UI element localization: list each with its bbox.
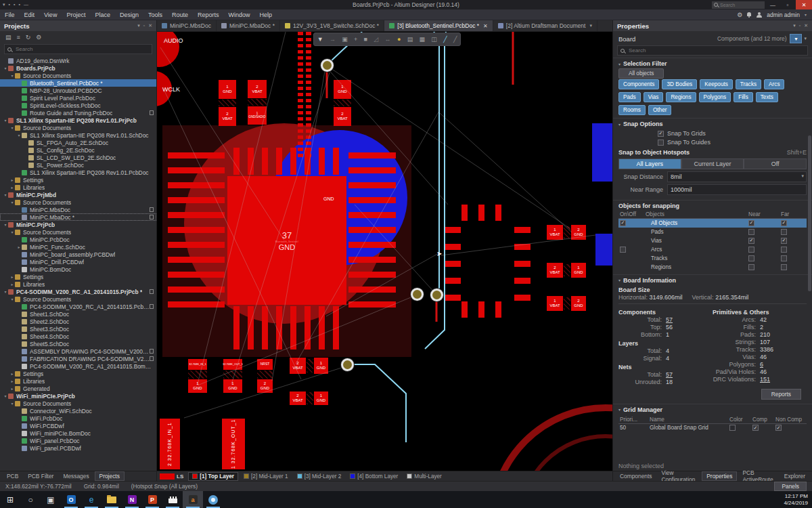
tree-item[interactable]: AD19_demo.DsnWrk	[0, 57, 156, 64]
component-pad[interactable]: 1 GND	[188, 379, 207, 393]
tree-item[interactable]: ▾WiFi_miniPCIe.PrjPcb	[0, 392, 156, 400]
cortana-taskbar-icon[interactable]: ○	[20, 491, 41, 508]
component-pad[interactable]: 2 GND	[571, 296, 586, 311]
layer-tab-multi-layer[interactable]: Multi-Layer	[403, 472, 445, 481]
tree-item[interactable]: ▾Source Documents	[0, 72, 156, 79]
tree-item[interactable]: WiFi_panel.PCBDwf	[0, 444, 156, 452]
near-cell[interactable]	[747, 263, 780, 272]
menu-reports[interactable]: Reports	[193, 12, 224, 18]
layer-tab-4bottomlayer[interactable]: [4] Bottom Layer	[346, 472, 401, 481]
ic-pin-pad[interactable]	[514, 295, 531, 301]
hud-tool-icon[interactable]: ▣	[342, 36, 348, 43]
ic-pin-pad[interactable]	[276, 306, 282, 350]
tree-item[interactable]: WiFi_panel.PcbDoc	[0, 437, 156, 444]
ic-pin-pad[interactable]	[233, 148, 240, 175]
hud-tool-icon[interactable]: +	[354, 36, 357, 43]
ic-pin-pad[interactable]	[319, 148, 325, 175]
tree-item[interactable]: WiFi.PcbDoc	[0, 415, 156, 422]
component-pad[interactable]: 2 VBAT	[290, 391, 306, 405]
panel-tab-explorer[interactable]: Explorer	[780, 472, 809, 480]
tree-item[interactable]: PC4-SODIMM_V200_RC_A1_20141015.PcbDoc *	[0, 303, 156, 310]
ic-pin-pad[interactable]	[168, 242, 225, 248]
component-pad[interactable]: 1 GND	[334, 80, 351, 99]
near-cell[interactable]	[747, 228, 780, 236]
tree-item[interactable]: SpiritLevel-clickless.PcbDoc	[0, 102, 156, 109]
tree-item[interactable]: ▾Boards.PrjPcb	[0, 64, 156, 72]
tree-item[interactable]: ▸Libraries	[0, 377, 156, 385]
noncomp-checkbox[interactable]	[775, 425, 782, 431]
dock-tab-pcb-filter[interactable]: PCB Filter	[24, 472, 58, 480]
near-checkbox[interactable]	[748, 255, 754, 261]
tree-expand-icon[interactable]: ▾	[3, 66, 8, 70]
snap-to-guides-checkbox[interactable]	[658, 140, 664, 146]
filter-chip-3d-bodies[interactable]: 3D Bodies	[662, 79, 697, 89]
tree-item[interactable]: MiniPC.MbsDoc	[0, 206, 156, 213]
tree-item[interactable]: ▾Source Documents	[0, 400, 156, 407]
tree-item[interactable]: SL_FPGA_Auto_2E.SchDoc	[0, 139, 156, 146]
snapping-row[interactable]: Pads	[618, 228, 807, 236]
projects-panel-header-icon[interactable]: ✕	[148, 23, 152, 28]
layer-tab-3mid-layer2[interactable]: [3] Mid-Layer 2	[294, 472, 345, 481]
snapping-row[interactable]: All Objects	[618, 219, 807, 228]
ic-pin-pad[interactable]	[304, 148, 311, 175]
layer-tab-2mid-layer1[interactable]: [2] Mid-Layer 1	[240, 472, 292, 481]
tree-item[interactable]: Bluetooth_Sentinel.PcbDoc *	[0, 79, 156, 87]
near-checkbox[interactable]	[748, 229, 754, 235]
powerpoint-taskbar-icon[interactable]: P	[142, 491, 162, 508]
filter-funnel-button[interactable]: ▼	[790, 34, 802, 43]
filter-chip-regions[interactable]: Regions	[666, 92, 696, 102]
stat-value[interactable]: 57	[666, 371, 673, 378]
ic-pin-pad[interactable]	[290, 306, 296, 350]
properties-panel-header-icon[interactable]: ▾	[793, 23, 796, 28]
properties-search-input[interactable]	[617, 45, 808, 56]
ic-pin-pad[interactable]	[333, 306, 339, 350]
tree-expand-icon[interactable]: ▸	[16, 245, 22, 249]
ic-pin-pad[interactable]	[348, 272, 396, 278]
document-tab[interactable]: [3] Bluetooth_Sentinel.PcbDoc *✕	[384, 20, 493, 31]
on-off-cell[interactable]	[618, 219, 644, 228]
tree-expand-icon[interactable]: ▾	[3, 394, 8, 398]
altium-taskbar-icon[interactable]: a	[183, 491, 203, 508]
component-pad[interactable]: 2 GND	[257, 379, 273, 393]
task-view-taskbar-icon[interactable]: ▣	[41, 491, 61, 508]
far-cell[interactable]	[780, 236, 807, 245]
component-pad[interactable]: 2 GND	[571, 225, 586, 240]
ic-pin-pad[interactable]	[168, 167, 225, 173]
ic-pin-pad[interactable]	[233, 306, 240, 350]
grid-color-swatch[interactable]	[729, 425, 736, 431]
tree-item[interactable]: NBP-28_Unrouted.PCBDOC	[0, 87, 156, 94]
tree-item[interactable]: ▾Source Documents	[0, 295, 156, 303]
ic-pin-pad[interactable]	[168, 197, 225, 203]
tree-expand-icon[interactable]: ▾	[3, 192, 8, 197]
ic-pin-pad[interactable]	[445, 295, 461, 301]
component-pad[interactable]: NRST	[257, 359, 273, 370]
filter-chip-keepouts[interactable]: Keepouts	[700, 79, 733, 89]
dropdown-caret-icon[interactable]: ▾	[801, 173, 804, 179]
hud-tool-icon[interactable]: ▤	[407, 36, 413, 43]
component-pad[interactable]: 2 VBAT	[248, 80, 267, 98]
panel-tab-pcb-activeroute[interactable]: PCB ActiveRoute	[738, 469, 778, 481]
color-cell[interactable]	[728, 423, 751, 432]
tree-item[interactable]: ▾Source Documents	[0, 198, 156, 206]
filter-caret-icon[interactable]: ▾	[804, 36, 807, 41]
user-avatar-icon[interactable]	[757, 12, 762, 18]
ic-pin-pad[interactable]	[168, 287, 225, 293]
filter-chip-pads[interactable]: Pads	[618, 92, 641, 102]
document-tab[interactable]: [2] Altium Draftsman Document▾	[493, 20, 597, 31]
tree-expand-icon[interactable]: ▾	[16, 133, 22, 137]
ic-pin-pad[interactable]	[168, 212, 225, 218]
ic-pin-pad[interactable]	[348, 197, 396, 203]
ic-pin-pad[interactable]	[514, 261, 531, 267]
tree-expand-icon[interactable]: ▾	[3, 118, 8, 123]
ic-pin-pad[interactable]	[514, 244, 531, 250]
tree-item[interactable]: SL1 Xilinx Spartan-IIE PQ208 Rev1.01.Pcb…	[0, 169, 156, 176]
filter-chip-other[interactable]: Other	[648, 105, 671, 115]
tree-expand-icon[interactable]: ▸	[9, 177, 15, 182]
tree-item[interactable]: SL_Config_2E.SchDoc	[0, 146, 156, 154]
ic-pin-pad[interactable]	[168, 227, 225, 233]
far-checkbox[interactable]	[781, 247, 787, 253]
menu-edit[interactable]: Edit	[20, 12, 40, 18]
tree-expand-icon[interactable]: ▸	[9, 386, 15, 391]
filter-chip-vias[interactable]: Vias	[644, 92, 664, 102]
tree-item[interactable]: WiFi_miniPCIe.BomDoc	[0, 429, 156, 437]
